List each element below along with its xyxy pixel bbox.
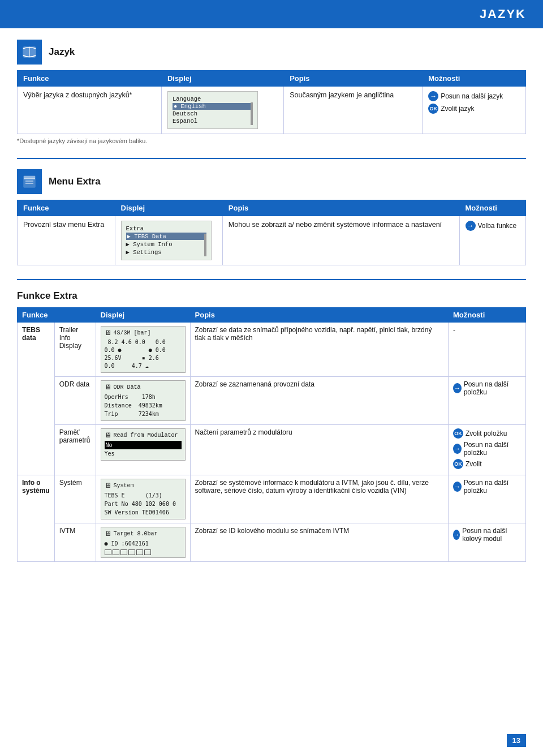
- jazyk-table: Funkce Displej Popis Možnosti Výběr jazy…: [17, 70, 526, 134]
- popis-cell: Zobrazí se data ze snímačů přípojného vo…: [190, 323, 448, 377]
- sys-row-3: SW Version TE001406: [105, 508, 182, 517]
- col-funkce: Funkce: [18, 200, 115, 216]
- extra-display: Extra ▶ TEBS Data ▶ System Info ▶ Settin…: [121, 221, 212, 260]
- popis-cell: Zobrazí se zaznamenaná provozní data: [190, 377, 448, 425]
- displej-cell: 🖥 Target 8.0bar ● ID :6042161: [96, 523, 190, 562]
- moznosti-line-1: → Volba funkce: [466, 221, 520, 231]
- col-displej: Displej: [161, 71, 283, 87]
- odr-row-2: Distance 49832km: [105, 401, 182, 410]
- info-group-cell: Info osystému: [18, 475, 55, 562]
- display-system-info: ▶ System Info: [126, 240, 206, 248]
- sys-row-2: Part No 480 102 060 0: [105, 500, 182, 508]
- popis-cell: Zobrazí se systémové informace k modulát…: [190, 475, 448, 523]
- trailer-info-display: 🖥 4S/3M [bar] 8.2 4.6 0.0 0.0 0.0 ● ● 0.…: [101, 326, 186, 373]
- display-tebs-data: ▶ TEBS Data: [126, 233, 206, 240]
- table-row: ODR data 🖥 ODR Data OperHrs 178h Distanc…: [18, 377, 526, 425]
- col-popis: Popis: [222, 200, 459, 216]
- page-number: 13: [507, 734, 526, 747]
- ivtm-row-1: ● ID :6042161: [105, 539, 182, 548]
- moznosti-cell: → Posun na další položku: [448, 377, 525, 425]
- display-icon: 🖥: [105, 383, 111, 392]
- display-row-deutsch: Deutsch: [173, 110, 253, 117]
- funkce-extra-table: Funkce Displej Popis Možnosti TEBSdata T…: [17, 307, 526, 562]
- display-settings: ▶ Settings: [126, 248, 206, 256]
- col-funkce: Funkce: [18, 308, 55, 323]
- table-row: Provozní stav menu Extra Extra ▶ TEBS Da…: [18, 216, 526, 265]
- funkce-cell: Výběr jazyka z dostupných jazyků*: [18, 87, 162, 134]
- display-row-espanol: Espanol: [173, 118, 253, 124]
- page-header: JAZYK: [0, 0, 543, 28]
- col-displej: Displej: [96, 308, 190, 323]
- arrow-icon: →: [466, 221, 476, 231]
- popis-cell: Zobrazí se ID kolového modulu se snímače…: [190, 523, 448, 562]
- odr-row-1: OperHrs 178h: [105, 393, 182, 401]
- menu-extra-icon: [17, 169, 42, 194]
- moznosti-posun: → Posun na další kolový modul: [453, 527, 521, 543]
- col-funkce: Funkce: [18, 71, 162, 87]
- display-header: 🖥 ODR Data: [105, 383, 182, 392]
- moznosti-line-1: → Posun na další jazyk: [428, 91, 520, 101]
- table-row: IVTM 🖥 Target 8.0bar ● ID :6042161: [18, 523, 526, 562]
- moznosti-zvolit2: OK Zvolit: [453, 459, 521, 469]
- section-divider-2: [17, 279, 526, 280]
- displej-cell: 🖥 Read from Modulator No Yes: [96, 425, 190, 475]
- moznosti-line: → Posun na další položku: [453, 380, 521, 396]
- display-extra: Extra: [126, 225, 206, 232]
- sub-label-cell: Trailer InfoDisplay: [54, 323, 96, 377]
- funkce-extra-section: Funkce Extra Funkce Displej Popis Možnos…: [17, 290, 526, 562]
- moznosti-posun: → Posun na další položku: [453, 441, 521, 457]
- arrow-icon: →: [453, 444, 462, 454]
- display-row-english: ● English: [173, 103, 253, 110]
- display-icon: 🖥: [105, 530, 111, 538]
- display-row-3: 25.6V ▪ 2.6: [105, 354, 182, 362]
- display-icon: 🖥: [105, 329, 111, 337]
- display-header: 🖥 4S/3M [bar]: [105, 329, 182, 337]
- system-display: 🖥 System TEBS E (1/3) Part No 480 102 06…: [101, 479, 186, 519]
- jazyk-section: Jazyk Funkce Displej Popis Možnosti Výbě…: [17, 40, 526, 144]
- ivtm-display: 🖥 Target 8.0bar ● ID :6042161: [101, 527, 186, 558]
- table-row: Paměťparametrů 🖥 Read from Modulator No …: [18, 425, 526, 475]
- moznosti-cell: -: [448, 323, 525, 377]
- displej-cell: 🖥 ODR Data OperHrs 178h Distance 49832km…: [96, 377, 190, 425]
- displej-cell: 🖥 4S/3M [bar] 8.2 4.6 0.0 0.0 0.0 ● ● 0.…: [96, 323, 190, 377]
- moznosti-cell: → Posun na další kolový modul: [448, 523, 525, 562]
- odr-row-3: Trip 7234km: [105, 410, 182, 418]
- ok-badge-icon: OK: [453, 428, 463, 439]
- language-display: Language ● English Deutsch Espanol: [167, 91, 258, 129]
- rfm-yes: Yes: [105, 449, 182, 458]
- ok-badge-icon-2: OK: [453, 459, 463, 469]
- display-header: 🖥 System: [105, 482, 182, 490]
- col-popis: Popis: [284, 71, 423, 87]
- col-sub: [54, 308, 96, 323]
- col-moznosti: Možnosti: [448, 308, 525, 323]
- moznosti-line-2: OK Zvolit jazyk: [428, 104, 520, 114]
- table-row: Info osystému Systém 🖥 System TEBS E (1/…: [18, 475, 526, 523]
- jazyk-note: *Dostupné jazyky závisejí na jazykovém b…: [17, 138, 526, 144]
- col-displej: Displej: [115, 200, 222, 216]
- section-divider: [17, 158, 526, 159]
- popis-cell: Současným jazykem je angličtina: [284, 87, 423, 134]
- displej-cell: Extra ▶ TEBS Data ▶ System Info ▶ Settin…: [115, 216, 222, 265]
- display-row-1: 8.2 4.6 0.0 0.0: [105, 338, 182, 346]
- sub-label-cell: Systém: [54, 475, 96, 523]
- display-header: 🖥 Read from Modulator: [105, 431, 182, 440]
- sub-label-cell: Paměťparametrů: [54, 425, 96, 475]
- moznosti-posun: → Posun na další položku: [453, 479, 521, 495]
- menu-extra-heading: Menu Extra: [49, 176, 101, 187]
- jazyk-icon: [17, 40, 42, 65]
- displej-cell: Language ● English Deutsch Espanol: [161, 87, 283, 134]
- display-row-language: Language: [173, 96, 253, 102]
- arrow-icon: →: [453, 383, 462, 393]
- display-icon: 🖥: [105, 431, 111, 440]
- arrow-icon: →: [453, 482, 462, 492]
- menu-extra-section: Menu Extra Funkce Displej Popis Možnosti…: [17, 169, 526, 265]
- col-moznosti: Možnosti: [423, 71, 526, 87]
- funkce-cell: Provozní stav menu Extra: [18, 216, 115, 265]
- arrow-icon: →: [453, 530, 460, 540]
- odr-display: 🖥 ODR Data OperHrs 178h Distance 49832km…: [101, 380, 186, 421]
- svg-rect-6: [24, 176, 35, 179]
- display-row-2: 0.0 ● ● 0.0: [105, 346, 182, 354]
- display-row-4: 0.0 4.7 ☁: [105, 362, 182, 370]
- moznosti-cell: OK Zvolit položku → Posun na další polož…: [448, 425, 525, 475]
- popis-cell: Načtení parametrů z modulátoru: [190, 425, 448, 475]
